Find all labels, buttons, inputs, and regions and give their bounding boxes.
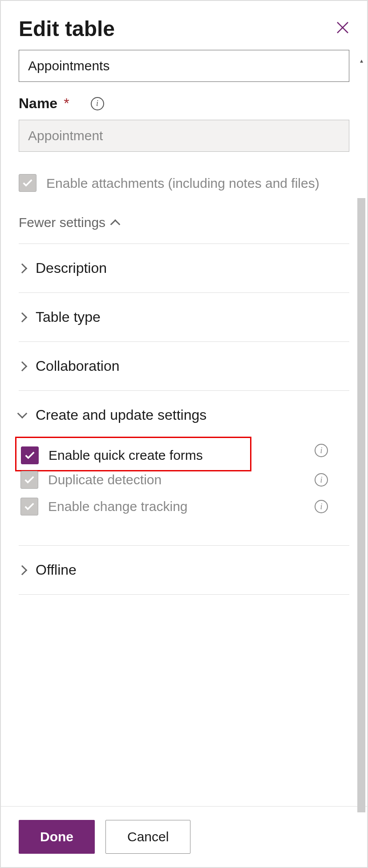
display-name-input[interactable]: [19, 50, 349, 82]
done-button[interactable]: Done: [19, 820, 95, 854]
chevron-right-icon: [17, 565, 28, 575]
chevron-down-icon: [17, 408, 28, 418]
close-icon: [336, 21, 349, 34]
section-offline-title: Offline: [36, 562, 77, 578]
cancel-button[interactable]: Cancel: [105, 820, 190, 854]
scrollbar[interactable]: ▴: [357, 57, 365, 827]
chevron-up-icon: [110, 219, 121, 230]
section-description-title: Description: [36, 260, 107, 276]
change-tracking-label: Enable change tracking: [48, 497, 188, 516]
name-input: [19, 120, 349, 152]
section-description[interactable]: Description: [19, 260, 349, 276]
section-table-type[interactable]: Table type: [19, 309, 349, 325]
check-icon: [23, 500, 36, 513]
info-icon[interactable]: i: [315, 444, 328, 457]
attachments-checkbox: [19, 174, 36, 192]
chevron-right-icon: [17, 263, 28, 273]
section-collaboration-title: Collaboration: [36, 358, 120, 374]
duplicate-detection-checkbox: [20, 471, 38, 489]
fewer-settings-toggle[interactable]: Fewer settings: [19, 215, 349, 230]
check-icon: [21, 177, 34, 189]
section-create-update-title: Create and update settings: [36, 407, 206, 423]
section-create-update[interactable]: Create and update settings: [19, 407, 349, 423]
info-icon[interactable]: i: [91, 97, 104, 110]
duplicate-detection-label: Duplicate detection: [48, 471, 162, 489]
attachments-label: Enable attachments (including notes and …: [46, 174, 319, 193]
info-icon[interactable]: i: [315, 473, 328, 487]
change-tracking-checkbox: [20, 498, 38, 515]
chevron-right-icon: [17, 361, 28, 371]
required-indicator: *: [64, 95, 69, 112]
info-icon[interactable]: i: [315, 500, 328, 513]
close-button[interactable]: [336, 21, 349, 37]
scroll-up-arrow[interactable]: ▴: [357, 57, 365, 65]
name-label: Name: [19, 95, 57, 112]
panel-title: Edit table: [19, 16, 115, 41]
chevron-right-icon: [17, 312, 28, 322]
section-table-type-title: Table type: [36, 309, 101, 325]
fewer-settings-label: Fewer settings: [19, 215, 105, 230]
scrollbar-thumb[interactable]: [357, 198, 365, 812]
check-icon: [23, 474, 36, 486]
section-collaboration[interactable]: Collaboration: [19, 358, 349, 374]
section-offline[interactable]: Offline: [19, 562, 349, 578]
